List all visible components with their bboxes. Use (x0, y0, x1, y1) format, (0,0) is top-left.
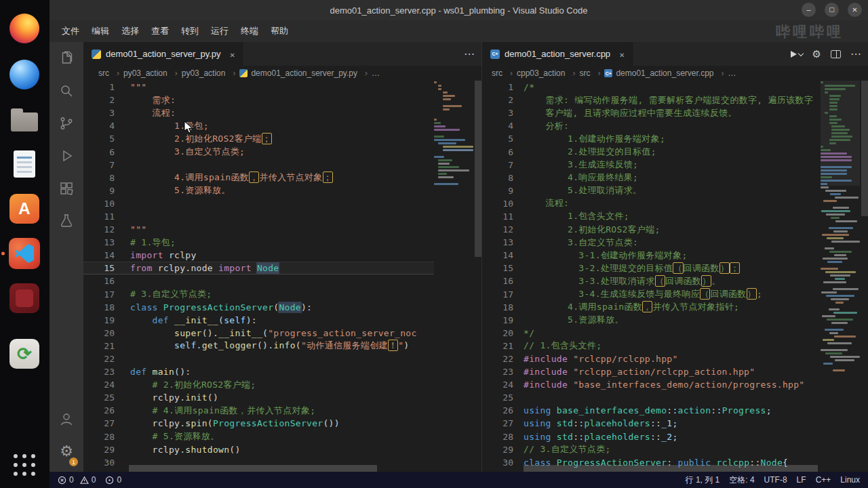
menu-item[interactable]: 帮助 (264, 22, 294, 41)
breadcrumb-item[interactable]: py03_action (123, 68, 182, 78)
indentation[interactable]: 空格: 4 (729, 474, 754, 486)
source-control-icon[interactable] (50, 107, 83, 140)
media-app-icon[interactable] (8, 282, 41, 314)
code-line: 4 1.导包; (83, 119, 434, 132)
code-line: 27 rclpy.spin(ProgressActionServer()) (83, 417, 434, 430)
code-line: 13# 1.导包; (83, 236, 434, 249)
more-actions-icon[interactable] (850, 47, 861, 60)
minimap[interactable] (434, 81, 473, 472)
eol-sequence[interactable]: LF (797, 475, 806, 485)
minimap[interactable] (821, 81, 860, 472)
remote-os[interactable]: Linux (840, 475, 860, 485)
maximize-button[interactable] (825, 3, 839, 17)
tab-demo01_action_server_py[interactable]: demo01_action_server_py.py (83, 42, 243, 66)
code-line: 18 4.调用spain函数，并传入节点对象指针; (482, 301, 821, 314)
code-line: 24#include "base_interfaces_demo/action/… (482, 378, 821, 391)
vertical-scrollbar[interactable] (475, 81, 481, 472)
chevron-right-icon (721, 68, 724, 78)
testing-icon[interactable] (50, 205, 83, 237)
menu-item[interactable]: 文件 (56, 22, 85, 41)
breadcrumb-item[interactable]: demo01_action_server.cpp (604, 68, 728, 78)
tabbar-right: demo01_action_server.cpp (482, 42, 868, 66)
document-glyph (14, 150, 35, 178)
breadcrumb-item[interactable]: src (492, 68, 517, 78)
search-icon[interactable] (50, 75, 83, 107)
screen: demo01_action_server.cpp - ws01_plumbing… (0, 0, 868, 488)
tab-close-icon[interactable] (619, 49, 625, 60)
status-dot-icon (105, 476, 114, 485)
explorer-icon[interactable] (50, 42, 83, 75)
code-line: 17# 3.自定义节点类; (83, 288, 434, 301)
code-line: 15 3-2.处理提交的目标值（回调函数）； (482, 262, 821, 274)
status-extra[interactable]: 0 (105, 475, 121, 485)
chevron-right-icon (597, 68, 600, 78)
code-line: 2 需求: 编写动作服务端, 需要解析客户端提交的数字, 遍历该数字 (482, 94, 821, 106)
configure-gear-icon[interactable] (812, 48, 821, 60)
menu-item[interactable]: 终端 (235, 22, 264, 41)
code-line: 9 5.处理取消请求。 (482, 184, 821, 197)
files-icon[interactable] (8, 103, 41, 136)
code-line: 8 4.响应最终结果; (482, 171, 821, 184)
watermark: 哔哩哔哩 (776, 22, 844, 41)
code-editor-cpp[interactable]: 1/*2 需求: 编写动作服务端, 需要解析客户端提交的数字, 遍历该数字3 客… (482, 81, 868, 472)
language-mode[interactable]: C++ (816, 475, 831, 485)
vertical-scrollbar[interactable] (861, 81, 868, 472)
run-debug-icon[interactable] (50, 140, 83, 172)
vscode-icon[interactable] (8, 237, 41, 270)
firefox-icon[interactable] (8, 12, 41, 45)
show-applications-icon[interactable] (8, 449, 41, 481)
ubuntu-software-icon[interactable] (8, 192, 41, 225)
breadcrumb-item[interactable]: src (98, 68, 123, 78)
account-icon[interactable] (50, 403, 83, 435)
breadcrumb: src cpp03_action src (482, 66, 868, 81)
code-line: 11 1.包含头文件; (482, 210, 821, 223)
tab-demo01_action_server_cpp[interactable]: demo01_action_server.cpp (482, 42, 633, 66)
extensions-icon[interactable] (50, 172, 83, 205)
code-line: 29 rclpy.shutdown() (83, 443, 434, 456)
close-button[interactable] (848, 3, 862, 17)
problems-indicator[interactable]: 0 0 (58, 475, 96, 485)
encoding[interactable]: UTF-8 (764, 475, 787, 485)
editor-group-python: demo01_action_server_py.py src (83, 42, 481, 472)
split-editor-icon[interactable] (831, 50, 841, 58)
breadcrumb-item[interactable]: py03_action (182, 68, 240, 78)
software-updater-icon[interactable] (8, 338, 41, 370)
cursor-position[interactable]: 行 1, 列 1 (686, 474, 720, 486)
cpp-file-icon (490, 49, 500, 59)
menu-item[interactable]: 转到 (175, 22, 205, 41)
code-line: 18class ProgressActionServer(Node): (83, 301, 434, 314)
menubar: 文件编辑选择查看转到运行终端帮助 (50, 20, 868, 42)
menu-item[interactable]: 选择 (115, 22, 145, 41)
code-line: 19 def __init__(self): (83, 314, 434, 327)
window-title: demo01_action_server.cpp - ws01_plumbing… (330, 5, 588, 16)
vscode-logo (9, 238, 40, 269)
code-line: 5 2.初始化ROS2客户端； (83, 132, 434, 145)
run-button-icon[interactable] (791, 51, 803, 58)
warning-count: 0 (92, 475, 96, 485)
code-line: 7 (83, 159, 434, 171)
blue-app-icon[interactable] (8, 58, 41, 91)
code-line: 11 (83, 210, 434, 223)
breadcrumb-item[interactable]: … (728, 68, 736, 78)
tab-close-icon[interactable] (230, 49, 235, 60)
horizontal-scrollbar[interactable] (129, 465, 377, 472)
menu-item[interactable]: 编辑 (85, 22, 115, 41)
more-actions-icon[interactable] (464, 47, 475, 60)
code-line: 16 (83, 274, 434, 287)
tabbar-left: demo01_action_server_py.py (83, 42, 481, 66)
menu-item[interactable]: 查看 (145, 22, 175, 41)
horizontal-scrollbar[interactable] (524, 465, 818, 472)
breadcrumb: src py03_action py03_action (83, 66, 481, 81)
breadcrumb-item[interactable]: cpp03_action (517, 68, 579, 78)
window-controls (802, 3, 862, 17)
code-editor-python[interactable]: 1"""2 需求:3 流程:4 1.导包;5 2.初始化ROS2客户端；6 3.… (83, 81, 481, 472)
breadcrumb-item[interactable]: src (579, 68, 604, 78)
breadcrumb-item[interactable]: … (372, 68, 380, 78)
minimize-button[interactable] (802, 3, 816, 17)
text-editor-icon[interactable] (8, 148, 41, 180)
breadcrumb-item[interactable]: demo01_action_server_py.py (239, 68, 372, 78)
chevron-right-icon (510, 68, 513, 78)
menu-item[interactable]: 运行 (205, 22, 235, 41)
code-line: 1""" (83, 81, 434, 94)
settings-gear-icon[interactable]: 1 (50, 435, 83, 468)
